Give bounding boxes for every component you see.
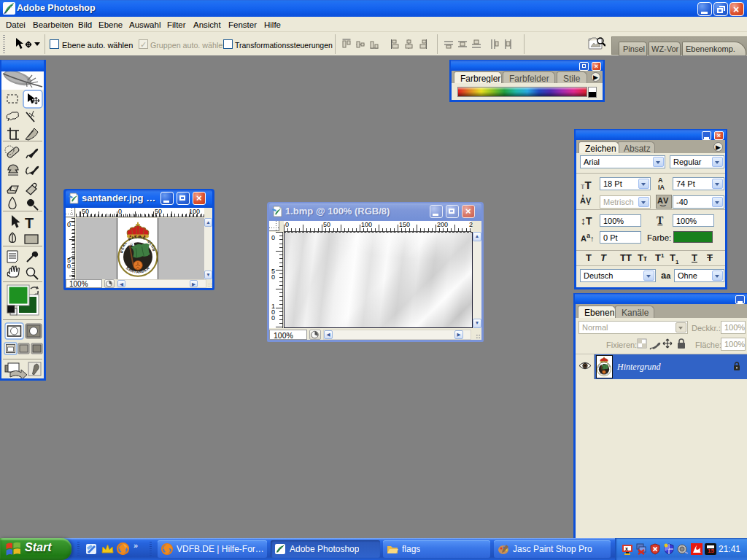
svg-text:T: T [25, 215, 34, 231]
svg-text:15: 15 [708, 548, 714, 554]
svg-text:x: x [625, 546, 628, 551]
